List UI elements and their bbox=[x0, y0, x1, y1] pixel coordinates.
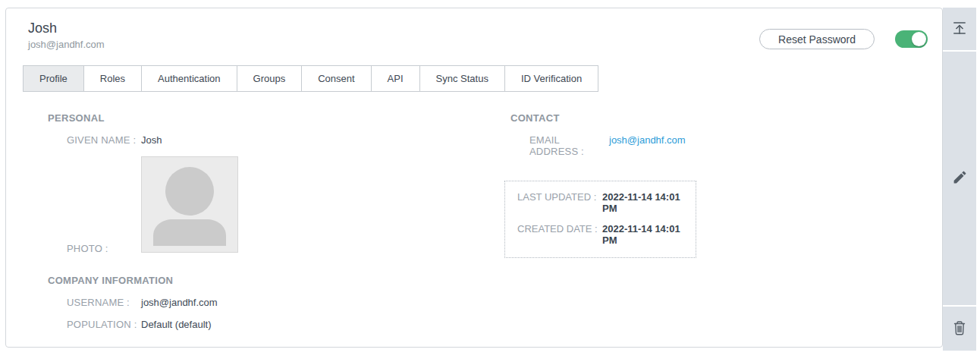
toolbar-middle-section bbox=[943, 52, 976, 305]
edit-user-button[interactable] bbox=[949, 166, 971, 190]
profile-tab-bar: Profile Roles Authentication Groups Cons… bbox=[23, 65, 942, 92]
given-name-field: GIVEN NAME : Josh bbox=[48, 134, 510, 146]
username-value: josh@jandhf.com bbox=[141, 297, 218, 308]
username-field: USERNAME : josh@jandhf.com bbox=[48, 297, 510, 308]
email-address-field: EMAIL ADDRESS : josh@jandhf.com bbox=[510, 134, 867, 157]
tab-groups[interactable]: Groups bbox=[237, 65, 303, 92]
edit-pencil-icon bbox=[952, 169, 968, 187]
reset-password-button[interactable]: Reset Password bbox=[759, 29, 875, 49]
right-action-toolbar bbox=[943, 8, 976, 351]
audit-timestamps-box: LAST UPDATED : 2022-11-14 14:01 PM CREAT… bbox=[504, 181, 696, 258]
collapse-panel-icon bbox=[951, 20, 968, 39]
toolbar-top-section bbox=[943, 8, 976, 52]
user-name: Josh bbox=[28, 20, 105, 36]
photo-placeholder bbox=[141, 156, 238, 253]
toggle-knob bbox=[912, 32, 926, 46]
user-profile-card: Josh josh@jandhf.com Reset Password Prof… bbox=[5, 8, 943, 348]
tab-roles[interactable]: Roles bbox=[83, 65, 142, 92]
user-identity: Josh josh@jandhf.com bbox=[28, 20, 105, 50]
given-name-label: GIVEN NAME : bbox=[67, 134, 141, 146]
population-value: Default (default) bbox=[141, 319, 212, 330]
photo-field: PHOTO : bbox=[48, 156, 510, 254]
photo-label: PHOTO : bbox=[67, 243, 141, 254]
email-address-link[interactable]: josh@jandhf.com bbox=[609, 134, 686, 146]
tab-profile[interactable]: Profile bbox=[23, 65, 84, 92]
delete-trash-icon bbox=[952, 320, 967, 338]
toolbar-bottom-section bbox=[943, 305, 976, 351]
delete-user-button[interactable] bbox=[949, 316, 970, 342]
population-label: POPULATION : bbox=[67, 319, 141, 330]
tab-sync-status[interactable]: Sync Status bbox=[419, 65, 505, 92]
card-header: Josh josh@jandhf.com Reset Password bbox=[6, 8, 942, 50]
tab-id-verification[interactable]: ID Verification bbox=[504, 65, 598, 92]
profile-content: PERSONAL GIVEN NAME : Josh PHOTO : bbox=[6, 92, 942, 330]
user-email-subtitle: josh@jandhf.com bbox=[28, 39, 105, 50]
email-address-label: EMAIL ADDRESS : bbox=[529, 134, 609, 157]
last-updated-row: LAST UPDATED : 2022-11-14 14:01 PM bbox=[517, 191, 688, 214]
given-name-value: Josh bbox=[141, 134, 162, 146]
user-enabled-toggle[interactable] bbox=[895, 30, 928, 48]
last-updated-label: LAST UPDATED : bbox=[517, 191, 602, 203]
created-date-label: CREATED DATE : bbox=[517, 223, 602, 235]
contact-section-title: CONTACT bbox=[510, 112, 867, 124]
collapse-panel-button[interactable] bbox=[948, 17, 971, 42]
personal-section: PERSONAL GIVEN NAME : Josh PHOTO : bbox=[48, 112, 510, 254]
tab-authentication[interactable]: Authentication bbox=[141, 65, 237, 92]
left-column: PERSONAL GIVEN NAME : Josh PHOTO : bbox=[48, 112, 510, 330]
username-label: USERNAME : bbox=[67, 297, 141, 308]
company-section-title: COMPANY INFORMATION bbox=[48, 275, 510, 286]
personal-section-title: PERSONAL bbox=[48, 112, 510, 124]
avatar-silhouette-icon bbox=[142, 241, 237, 253]
created-date-value: 2022-11-14 14:01 PM bbox=[602, 223, 688, 246]
tab-consent[interactable]: Consent bbox=[301, 65, 371, 92]
population-field: POPULATION : Default (default) bbox=[48, 319, 510, 330]
company-information-section: COMPANY INFORMATION USERNAME : josh@jand… bbox=[48, 275, 510, 330]
created-date-row: CREATED DATE : 2022-11-14 14:01 PM bbox=[517, 223, 688, 246]
last-updated-value: 2022-11-14 14:01 PM bbox=[602, 191, 688, 214]
header-controls: Reset Password bbox=[759, 29, 928, 49]
contact-section: CONTACT EMAIL ADDRESS : josh@jandhf.com bbox=[510, 112, 867, 157]
tab-api[interactable]: API bbox=[371, 65, 420, 92]
right-column: CONTACT EMAIL ADDRESS : josh@jandhf.com … bbox=[510, 112, 867, 330]
